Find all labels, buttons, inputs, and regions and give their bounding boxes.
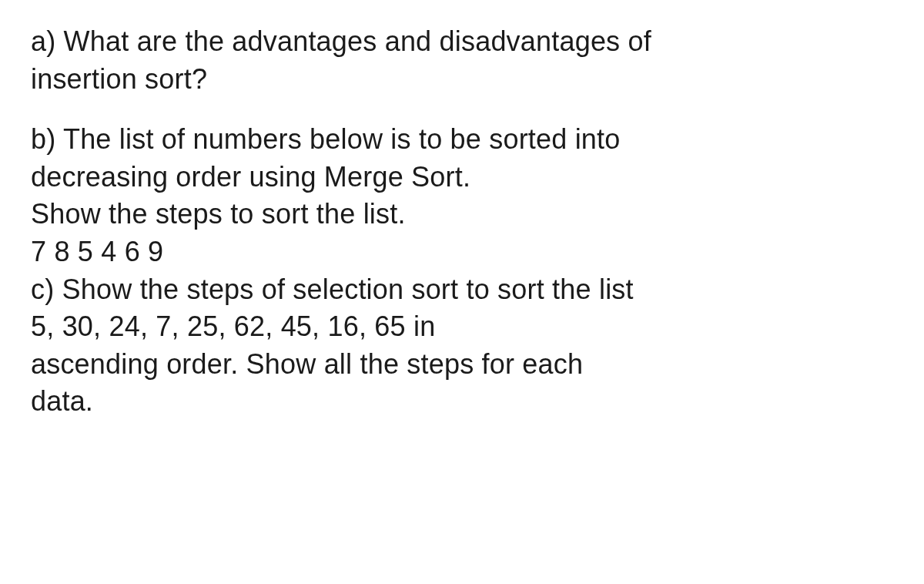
question-c-line2: 5, 30, 24, 7, 25, 62, 45, 16, 65 in xyxy=(31,308,893,346)
question-c-line3: ascending order. Show all the steps for … xyxy=(31,346,893,384)
spacer xyxy=(31,98,893,121)
question-a: a) What are the advantages and disadvant… xyxy=(31,23,893,98)
question-b: b) The list of numbers below is to be so… xyxy=(31,121,893,270)
question-b-data: 7 8 5 4 6 9 xyxy=(31,233,893,271)
question-b-line1: b) The list of numbers below is to be so… xyxy=(31,121,893,159)
question-a-line1: a) What are the advantages and disadvant… xyxy=(31,23,893,61)
question-b-line3: Show the steps to sort the list. xyxy=(31,196,893,233)
question-c: c) Show the steps of selection sort to s… xyxy=(31,271,893,421)
question-a-line2: insertion sort? xyxy=(31,61,893,99)
question-c-line4: data. xyxy=(31,383,893,421)
question-c-line1: c) Show the steps of selection sort to s… xyxy=(31,271,893,309)
question-b-line2: decreasing order using Merge Sort. xyxy=(31,159,893,196)
